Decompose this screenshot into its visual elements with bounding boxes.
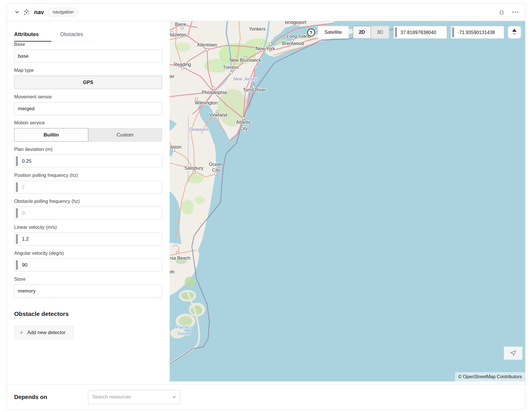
number-drag-handle[interactable] — [16, 260, 18, 270]
obstacle-polling-label: Obstacle polling frequency (hz) — [14, 198, 162, 204]
collapse-chevron-icon[interactable] — [13, 8, 21, 16]
map-label: Toms River — [243, 87, 266, 92]
mode-3d-button[interactable]: 3D — [371, 26, 389, 39]
resource-title: nav — [34, 9, 44, 16]
map-label: City — [212, 168, 220, 173]
longitude-input[interactable] — [451, 26, 504, 39]
map-canvas[interactable]: BarreHazletonYonkersBridgeportNew YorkLo… — [170, 21, 525, 381]
city-marker — [176, 251, 179, 254]
json-braces-icon[interactable]: {} — [499, 9, 504, 15]
map-label: aston — [170, 145, 181, 149]
city-marker — [269, 43, 272, 46]
step-up-icon — [512, 29, 517, 32]
map-type-label: Map type — [14, 68, 162, 73]
number-drag-handle[interactable] — [16, 208, 18, 218]
search-resources-input[interactable] — [88, 390, 180, 404]
map-attribution: © OpenStreetMap Contributors — [455, 372, 525, 381]
navigation-map[interactable]: BarreHazletonYonkersBridgeportNew YorkLo… — [170, 21, 525, 381]
map-label: Sound — [177, 331, 191, 336]
city-marker — [230, 72, 232, 74]
position-polling-input[interactable] — [14, 181, 162, 194]
map-label: Vineland — [209, 113, 227, 117]
map-label: Ocean — [209, 162, 222, 167]
number-drag-handle[interactable] — [452, 27, 454, 37]
map-label: Brentwood — [282, 41, 304, 46]
navigation-arrow-icon — [509, 349, 517, 357]
number-drag-handle[interactable] — [16, 182, 18, 192]
city-marker — [206, 48, 208, 51]
zoom-stepper[interactable] — [508, 26, 521, 39]
map-controls: ? Satellite 2D 3D — [307, 26, 521, 39]
map-label: Barre — [175, 22, 186, 27]
motion-service-toggle: Builtin Custom — [14, 128, 162, 142]
step-down-icon — [512, 33, 517, 36]
tab-bar: Attributes Obstacles — [14, 30, 162, 42]
map-label: Yonkers — [249, 27, 265, 31]
city-marker — [181, 67, 184, 70]
resource-type-badge: navigation — [48, 8, 78, 16]
movement-sensor-input[interactable] — [14, 102, 162, 115]
motion-service-builtin-button[interactable]: Builtin — [14, 128, 88, 142]
latitude-input[interactable] — [394, 26, 447, 39]
motion-service-label: Motion service — [14, 120, 162, 126]
linear-velocity-input[interactable] — [14, 233, 162, 246]
map-label: Allentown — [197, 42, 217, 47]
linear-velocity-label: Linear velocity (m/s) — [14, 224, 162, 230]
add-new-detector-button[interactable]: + Add new detector — [14, 326, 73, 339]
tab-obstacles[interactable]: Obstacles — [51, 30, 92, 42]
store-label: Store — [14, 276, 162, 282]
map-label: ter — [170, 74, 175, 79]
number-drag-handle[interactable] — [16, 234, 18, 244]
map-label: New York — [256, 46, 276, 51]
map-label: Bridgeport — [285, 21, 306, 25]
navigation-service-sparkles-icon — [23, 8, 31, 16]
tab-attributes[interactable]: Attributes — [14, 30, 51, 42]
city-marker — [212, 87, 215, 89]
store-input[interactable] — [14, 284, 162, 297]
help-question-icon[interactable]: ? — [307, 29, 315, 36]
city-marker — [193, 171, 195, 174]
movement-sensor-label: Movement sensor — [14, 94, 162, 100]
map-label: New Brunswick — [229, 58, 261, 63]
depends-on-combobox — [88, 390, 180, 404]
obstacle-polling-input[interactable] — [14, 207, 162, 220]
number-drag-handle[interactable] — [395, 27, 397, 37]
map-label: Wilmington — [195, 100, 218, 105]
attributes-panel: Attributes Obstacles Base Map type GPS M… — [7, 21, 170, 381]
plan-deviation-label: Plan deviation (m) — [14, 147, 162, 152]
depends-on-bar: Depends on — [7, 384, 525, 409]
city-marker — [181, 27, 183, 29]
city-marker — [195, 98, 198, 100]
map-label: Hazleton — [170, 32, 186, 37]
satellite-toggle-button[interactable]: Satellite — [318, 26, 349, 39]
map-label: Atlantic — [236, 120, 251, 125]
map-label: beth — [170, 269, 175, 274]
map-label: ginia Beach — [170, 256, 190, 261]
map-type-gps-button[interactable]: GPS — [14, 76, 162, 89]
angular-velocity-input[interactable] — [14, 259, 162, 271]
city-marker — [242, 117, 245, 120]
map-label: Reading — [174, 62, 191, 67]
base-label: Base — [14, 42, 162, 47]
map-label: Delaware — [189, 127, 209, 132]
add-new-detector-label: Add new detector — [27, 330, 65, 336]
plan-deviation-input[interactable] — [14, 155, 162, 168]
map-label: Trenton — [223, 65, 239, 70]
number-drag-handle[interactable] — [16, 156, 18, 166]
motion-service-custom-button[interactable]: Custom — [88, 128, 162, 142]
mode-2d-button[interactable]: 2D — [353, 26, 371, 39]
city-marker — [214, 173, 217, 175]
base-input[interactable] — [14, 50, 162, 63]
map-label: City — [240, 126, 248, 131]
angular-velocity-label: Angular velocity (deg/s) — [14, 250, 162, 256]
card-header: nav navigation {} — [7, 3, 525, 21]
position-polling-label: Position polling frequency (hz) — [14, 173, 162, 178]
map-label: New Jersey — [233, 76, 257, 81]
locate-arrow-button[interactable] — [504, 347, 522, 360]
map-label: Pamlico — [176, 325, 192, 330]
map-label: Philadelphia — [202, 90, 227, 95]
resource-card: nav navigation {} Attributes Obstacles B… — [7, 3, 525, 410]
more-options-ellipsis-icon[interactable] — [512, 11, 519, 13]
map-label: Salisbury — [184, 166, 203, 171]
plus-icon: + — [20, 329, 23, 336]
